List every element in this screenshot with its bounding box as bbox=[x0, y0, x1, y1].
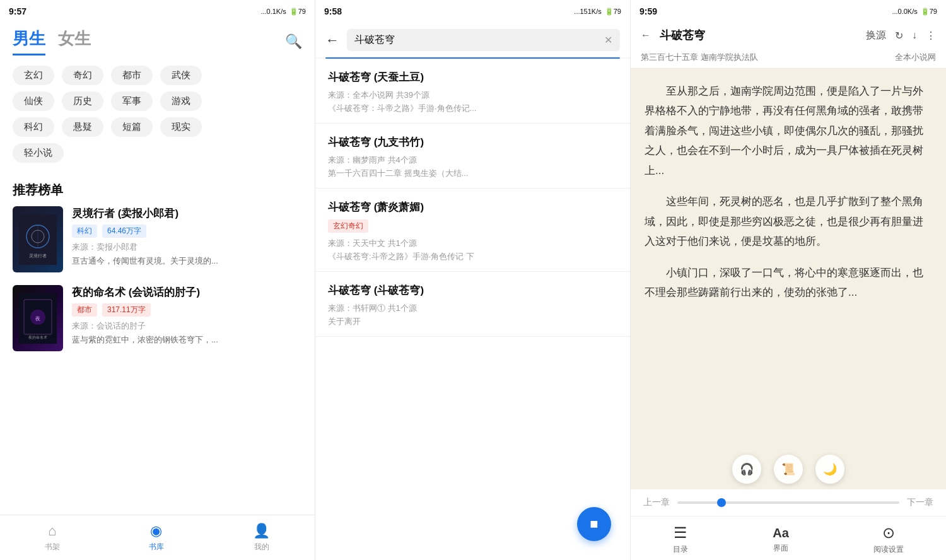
settings-icon: ⊙ bbox=[882, 524, 895, 542]
book-item-1[interactable]: 灵境行者 灵境行者 (卖报小郎君) 科幻 64.46万字 来源：卖报小郎君 亘古… bbox=[13, 206, 302, 272]
time-1: 9:57 bbox=[9, 6, 26, 16]
reading-title: 斗破苍穹 bbox=[660, 28, 857, 43]
status-bar-3: 9:59 ...0.0K/s 🔋79 bbox=[631, 0, 946, 23]
reading-back-button[interactable]: ← bbox=[641, 30, 651, 41]
read-settings-button[interactable]: ⊙ 阅读设置 bbox=[873, 524, 904, 555]
nav-shelf-label: 书架 bbox=[45, 542, 60, 552]
genre-reality[interactable]: 现实 bbox=[160, 117, 202, 137]
nav-shelf[interactable]: ⌂ 书架 bbox=[45, 523, 60, 552]
result-chapter-2: 第一千六百四十二章 摇曳生姿（大结... bbox=[328, 168, 617, 179]
book-tags-1: 科幻 64.46万字 bbox=[72, 225, 302, 238]
section-title: 推荐榜单 bbox=[0, 175, 315, 206]
search-result-3[interactable]: 斗破苍穹 (萧炎萧媚) 玄幻奇幻 来源：天天中文 共1个源 《斗破苍穹:斗帝之路… bbox=[315, 189, 630, 272]
status-icons-3: ...0.0K/s 🔋79 bbox=[892, 8, 937, 16]
result-tag-3: 玄幻奇幻 bbox=[328, 219, 368, 233]
reading-controls-overlay: 🎧 📜 🌙 上一章 下一章 bbox=[631, 489, 946, 516]
night-mode-button[interactable]: 🌙 bbox=[815, 455, 844, 484]
book-cover-1: 灵境行者 bbox=[13, 206, 63, 272]
change-source-button[interactable]: 换源 bbox=[866, 29, 886, 42]
result-source-3: 来源：天天中文 共1个源 bbox=[328, 238, 617, 249]
genre-mystery[interactable]: 悬疑 bbox=[62, 117, 103, 137]
reading-nav: 上一章 下一章 bbox=[631, 489, 946, 516]
genre-xianxia[interactable]: 仙侠 bbox=[13, 91, 54, 111]
status-bar-2: 9:58 ...151K/s 🔋79 bbox=[315, 0, 630, 23]
search-result-1[interactable]: 斗破苍穹 (天蚕土豆) 来源：全本小说网 共39个源 《斗破苍穹：斗帝之路》手游… bbox=[315, 59, 630, 124]
moon-icon: 🌙 bbox=[823, 462, 837, 476]
search-button[interactable]: 🔍 bbox=[285, 33, 302, 50]
search-result-4[interactable]: 斗破苍穹 (斗破苍穹) 来源：书轩网① 共1个源 关于离开 bbox=[315, 272, 630, 337]
panel-reading: 9:59 ...0.0K/s 🔋79 ← 斗破苍穹 换源 ↻ ↓ ⋮ 第三百七十… bbox=[631, 0, 946, 560]
genre-xuanhuan[interactable]: 玄幻 bbox=[13, 66, 54, 85]
font-button[interactable]: Aa 界面 bbox=[773, 526, 789, 554]
library-icon: ◉ bbox=[150, 523, 162, 539]
progress-slider[interactable] bbox=[677, 501, 899, 504]
genre-game[interactable]: 游戏 bbox=[160, 91, 202, 111]
toc-icon: ☰ bbox=[674, 524, 687, 542]
profile-icon: 👤 bbox=[253, 523, 270, 539]
genre-row-4: 轻小说 bbox=[13, 143, 302, 163]
genre-row-3: 科幻 悬疑 短篇 现实 bbox=[13, 117, 302, 137]
chapter-info: 第三百七十五章 迦南学院执法队 全本小说网 bbox=[631, 48, 946, 69]
content-para-1: 至从那之后，迦南学院周边范围，便是陷入了一片与外界格格不入的宁静地带，再没有任何… bbox=[645, 81, 932, 180]
search-bar: ← ✕ bbox=[315, 23, 630, 57]
chapter-title: 第三百七十五章 迦南学院执法队 bbox=[641, 52, 758, 63]
headphones-button[interactable]: 🎧 bbox=[732, 455, 761, 484]
genre-qihuan[interactable]: 奇幻 bbox=[62, 66, 103, 85]
result-chapter-1: 《斗破苍穹：斗帝之路》手游·角色传记... bbox=[328, 103, 617, 114]
genre-dushi[interactable]: 都市 bbox=[111, 66, 153, 85]
tag-count-2: 317.11万字 bbox=[102, 303, 151, 317]
next-chapter-button[interactable]: 下一章 bbox=[907, 497, 933, 508]
more-button[interactable]: ⋮ bbox=[926, 30, 936, 42]
toc-button[interactable]: ☰ 目录 bbox=[673, 524, 688, 555]
genre-short[interactable]: 短篇 bbox=[111, 117, 153, 137]
signal-2: ...151K/s bbox=[574, 8, 601, 15]
scroll-button[interactable]: 📜 bbox=[774, 455, 803, 484]
search-results: 斗破苍穹 (天蚕土豆) 来源：全本小说网 共39个源 《斗破苍穹：斗帝之路》手游… bbox=[315, 59, 630, 560]
tag-count-1: 64.46万字 bbox=[102, 225, 146, 238]
book-info-2: 夜的命名术 (会说话的肘子) 都市 317.11万字 来源：会说话的肘子 蓝与紫… bbox=[72, 285, 302, 346]
search-result-2[interactable]: 斗破苍穹 (九支书竹) 来源：幽梦雨声 共4个源 第一千六百四十二章 摇曳生姿（… bbox=[315, 124, 630, 189]
nav-library-label: 书库 bbox=[149, 542, 164, 552]
nav-library[interactable]: ◉ 书库 bbox=[149, 523, 164, 552]
download-button[interactable]: ↓ bbox=[912, 30, 917, 41]
fab-icon: ■ bbox=[590, 516, 598, 532]
result-source-1: 来源：全本小说网 共39个源 bbox=[328, 90, 617, 101]
floating-controls: 🎧 📜 🌙 bbox=[732, 455, 844, 484]
nav-profile[interactable]: 👤 我的 bbox=[253, 523, 270, 552]
book-source-1: 来源：卖报小郎君 bbox=[72, 242, 302, 253]
genre-military[interactable]: 军事 bbox=[111, 91, 153, 111]
toc-label: 目录 bbox=[673, 544, 688, 555]
result-chapter-3: 《斗破苍穹:斗帝之路》手游·角色传记 下 bbox=[328, 251, 617, 262]
search-clear-button[interactable]: ✕ bbox=[604, 34, 612, 46]
result-source-4: 来源：书轩网① 共1个源 bbox=[328, 303, 617, 314]
bottom-nav: ⌂ 书架 ◉ 书库 👤 我的 bbox=[0, 515, 315, 560]
reading-header: ← 斗破苍穹 换源 ↻ ↓ ⋮ bbox=[631, 23, 946, 48]
genre-wuxia[interactable]: 武侠 bbox=[160, 66, 202, 85]
refresh-button[interactable]: ↻ bbox=[895, 30, 903, 42]
result-source-2: 来源：幽梦雨声 共4个源 bbox=[328, 155, 617, 166]
genre-light-novel[interactable]: 轻小说 bbox=[13, 143, 64, 163]
fab-stop-button[interactable]: ■ bbox=[577, 507, 611, 541]
shelf-icon: ⌂ bbox=[48, 523, 56, 539]
genre-history[interactable]: 历史 bbox=[62, 91, 103, 111]
tab-female[interactable]: 女生 bbox=[58, 28, 91, 55]
reading-content[interactable]: 至从那之后，迦南学院周边范围，便是陷入了一片与外界格格不入的宁静地带，再没有任何… bbox=[631, 69, 946, 489]
tag-genre-1: 科幻 bbox=[72, 225, 97, 238]
svg-text:夜: 夜 bbox=[35, 316, 40, 322]
search-input-wrap: ✕ bbox=[347, 29, 620, 51]
nav-profile-label: 我的 bbox=[254, 542, 269, 552]
book-item-2[interactable]: 夜 夜的命名术 夜的命名术 (会说话的肘子) 都市 317.11万字 来源：会说… bbox=[13, 285, 302, 351]
book-tags-2: 都市 317.11万字 bbox=[72, 303, 302, 317]
battery-3: 🔋79 bbox=[921, 8, 937, 16]
book-source-2: 来源：会说话的肘子 bbox=[72, 320, 302, 332]
book-desc-1: 亘古通今，传闻世有灵境。关于灵境的... bbox=[72, 255, 302, 267]
genre-scifi[interactable]: 科幻 bbox=[13, 117, 54, 137]
headphones-icon: 🎧 bbox=[740, 462, 754, 476]
back-button[interactable]: ← bbox=[325, 32, 339, 49]
panel-library: 9:57 ...0.1K/s 🔋79 男生 女生 🔍 玄幻 奇幻 都市 武侠 仙… bbox=[0, 0, 315, 560]
prev-chapter-button[interactable]: 上一章 bbox=[643, 497, 670, 508]
time-3: 9:59 bbox=[639, 6, 657, 16]
search-input[interactable] bbox=[354, 35, 599, 46]
tab-male[interactable]: 男生 bbox=[13, 28, 45, 55]
book-cover-img-1: 灵境行者 bbox=[13, 206, 63, 272]
